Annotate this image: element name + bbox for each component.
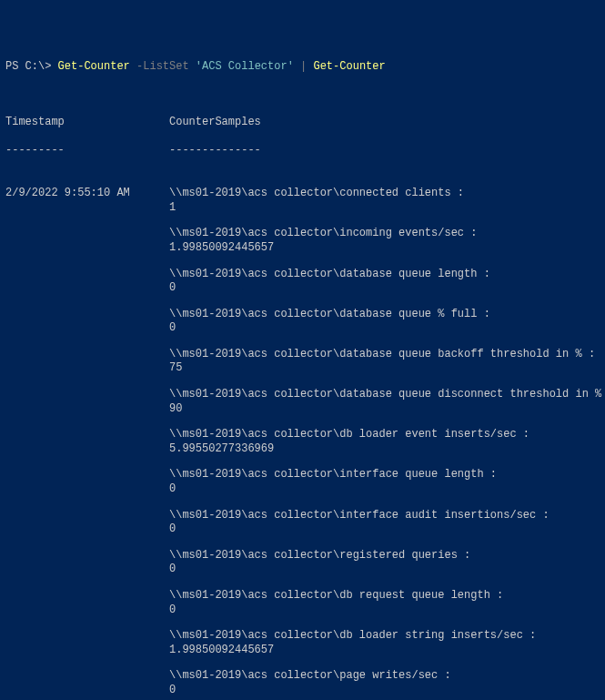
cmdlet-1: Get-Counter	[58, 60, 130, 73]
row-gap	[5, 336, 600, 348]
counter-value: 5.99550277336969	[169, 442, 600, 457]
counter-value: 1.99850092445657	[169, 644, 600, 658]
counter-path: \\ms01-2019\acs collector\database queue…	[169, 308, 600, 322]
cmdlet-2: Get-Counter	[313, 60, 385, 73]
header-countersamples: CounterSamples	[169, 116, 600, 130]
counter-value: 0	[169, 281, 600, 296]
counter-sample-cell: \\ms01-2019\acs collector\page writes/se…	[169, 669, 600, 697]
counter-path: \\ms01-2019\acs collector\connected clie…	[169, 187, 600, 201]
counter-row: \\ms01-2019\acs collector\database queue…	[5, 348, 600, 376]
counter-path: \\ms01-2019\acs collector\db loader even…	[169, 428, 600, 442]
row-gap	[5, 497, 600, 509]
counter-path: \\ms01-2019\acs collector\database queue…	[169, 268, 600, 282]
counter-path: \\ms01-2019\acs collector\interface audi…	[169, 509, 600, 523]
counter-value: 0	[169, 321, 600, 336]
counter-value: 75	[169, 361, 600, 376]
counter-row: \\ms01-2019\acs collector\incoming event…	[5, 227, 600, 255]
counter-sample-cell: \\ms01-2019\acs collector\registered que…	[169, 549, 600, 577]
counter-sample-cell: \\ms01-2019\acs collector\database queue…	[169, 268, 600, 296]
counter-row: \\ms01-2019\acs collector\page writes/se…	[5, 669, 600, 697]
cmd-flag: -ListSet	[130, 60, 189, 73]
pipe: |	[294, 60, 314, 73]
prompt-line[interactable]: PS C:\> Get-Counter -ListSet 'ACS Collec…	[5, 60, 600, 75]
counter-value: 0	[169, 563, 600, 577]
counter-sample-cell: \\ms01-2019\acs collector\connected clie…	[169, 187, 600, 215]
counter-output: 2/9/2022 9:55:10 AM\\ms01-2019\acs colle…	[5, 187, 600, 700]
counter-path: \\ms01-2019\acs collector\database queue…	[169, 388, 605, 402]
counter-value: 0	[169, 604, 600, 618]
counter-sample-cell: \\ms01-2019\acs collector\db loader even…	[169, 428, 600, 456]
counter-path: \\ms01-2019\acs collector\database queue…	[169, 348, 600, 362]
counter-value: 1.99850092445657	[169, 241, 600, 256]
counter-row: \\ms01-2019\acs collector\registered que…	[5, 549, 600, 577]
row-gap	[5, 376, 600, 388]
counter-row: \\ms01-2019\acs collector\db request que…	[5, 589, 600, 617]
counter-path: \\ms01-2019\acs collector\registered que…	[169, 549, 600, 563]
cmd-arg: 'ACS Collector'	[189, 60, 294, 73]
counter-sample-cell: \\ms01-2019\acs collector\interface queu…	[169, 468, 600, 496]
row-gap	[5, 537, 600, 549]
header-timestamp: Timestamp	[5, 116, 169, 130]
row-gap	[5, 657, 600, 669]
timestamp-cell: 2/9/2022 9:55:10 AM	[5, 187, 169, 201]
counter-sample-cell: \\ms01-2019\acs collector\database queue…	[169, 308, 600, 336]
row-gap	[5, 256, 600, 268]
counter-value: 90	[169, 402, 605, 417]
counter-sample-cell: \\ms01-2019\acs collector\db request que…	[169, 589, 600, 617]
counter-row: \\ms01-2019\acs collector\database queue…	[5, 308, 600, 336]
counter-row: \\ms01-2019\acs collector\interface queu…	[5, 468, 600, 496]
dash-countersamples: --------------	[169, 144, 600, 158]
counter-path: \\ms01-2019\acs collector\interface queu…	[169, 468, 600, 482]
counter-value: 0	[169, 684, 600, 698]
counter-value: 0	[169, 522, 600, 537]
counter-path: \\ms01-2019\acs collector\page writes/se…	[169, 669, 600, 684]
counter-row: \\ms01-2019\acs collector\database queue…	[5, 268, 600, 296]
counter-row: \\ms01-2019\acs collector\interface audi…	[5, 509, 600, 537]
counter-path: \\ms01-2019\acs collector\db request que…	[169, 589, 600, 604]
output-header-dashes: --------- --------------	[5, 144, 600, 158]
row-gap	[5, 416, 600, 428]
row-gap	[5, 577, 600, 589]
counter-sample-cell: \\ms01-2019\acs collector\interface audi…	[169, 509, 600, 537]
counter-row: \\ms01-2019\acs collector\database queue…	[5, 388, 600, 416]
dash-timestamp: ---------	[5, 144, 169, 158]
counter-sample-cell: \\ms01-2019\acs collector\incoming event…	[169, 227, 600, 255]
counter-path: \\ms01-2019\acs collector\db loader stri…	[169, 629, 600, 644]
prompt-prefix: PS C:\>	[5, 60, 58, 73]
counter-row: \\ms01-2019\acs collector\db loader even…	[5, 428, 600, 456]
counter-sample-cell: \\ms01-2019\acs collector\database queue…	[169, 388, 605, 416]
counter-row: 2/9/2022 9:55:10 AM\\ms01-2019\acs colle…	[5, 187, 600, 215]
counter-path: \\ms01-2019\acs collector\incoming event…	[169, 227, 600, 241]
row-gap	[5, 296, 600, 308]
output-header-row: Timestamp CounterSamples	[5, 116, 600, 130]
counter-value: 1	[169, 201, 600, 216]
counter-row: \\ms01-2019\acs collector\db loader stri…	[5, 629, 600, 657]
counter-sample-cell: \\ms01-2019\acs collector\db loader stri…	[169, 629, 600, 657]
counter-sample-cell: \\ms01-2019\acs collector\database queue…	[169, 348, 600, 376]
row-gap	[5, 215, 600, 227]
counter-value: 0	[169, 482, 600, 497]
row-gap	[5, 456, 600, 468]
row-gap	[5, 617, 600, 629]
